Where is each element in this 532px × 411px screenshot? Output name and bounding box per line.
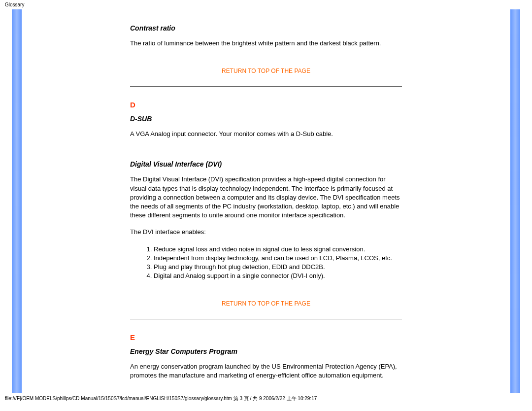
letter-e-heading: E — [130, 333, 402, 342]
energy-star-body: An energy conservation program launched … — [130, 362, 402, 380]
list-item: Plug and play through hot plug detection… — [154, 263, 402, 272]
dsub-body: A VGA Analog input connector. Your monit… — [130, 130, 402, 138]
contrast-ratio-heading: Contrast ratio — [130, 24, 402, 32]
content-area: Contrast ratio The ratio of luminance be… — [22, 9, 510, 393]
dvi-heading: Digital Visual Interface (DVI) — [130, 160, 402, 168]
divider — [130, 319, 402, 319]
dvi-body-1: The Digital Visual Interface (DVI) speci… — [130, 175, 402, 220]
energy-star-heading: Energy Star Computers Program — [130, 347, 402, 355]
dsub-heading: D-SUB — [130, 115, 402, 123]
list-item: Reduce signal loss and video noise in si… — [154, 245, 402, 254]
return-to-top-link[interactable]: RETURN TO TOP OF THE PAGE — [130, 300, 402, 307]
dvi-body-2: The DVI interface enables: — [130, 228, 402, 237]
dvi-list: Reduce signal loss and video noise in si… — [154, 245, 402, 281]
return-to-top-link[interactable]: RETURN TO TOP OF THE PAGE — [130, 68, 402, 74]
list-item: Digital and Analog support in a single c… — [154, 272, 402, 280]
page-header: Glossary — [0, 0, 532, 9]
left-decorative-bar — [12, 9, 22, 393]
divider — [130, 86, 402, 87]
list-item: Independent from display technology, and… — [154, 254, 402, 263]
main-container: Contrast ratio The ratio of luminance be… — [12, 9, 520, 393]
footer-file-path: file:///F|/OEM MODELS/philips/CD Manual/… — [0, 393, 532, 404]
right-decorative-bar — [510, 9, 520, 393]
contrast-ratio-body: The ratio of luminance between the brigh… — [130, 39, 402, 48]
letter-d-heading: D — [130, 101, 402, 109]
